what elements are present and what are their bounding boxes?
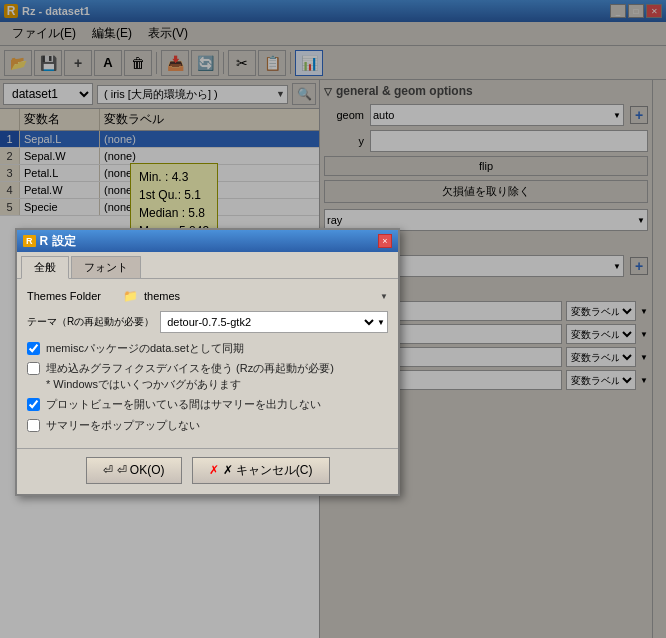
checkbox-row-3: プロットビューを開いている間はサマリーを出力しない (27, 397, 388, 412)
checkbox-row-1: memiscパッケージのdata.setとして同期 (27, 341, 388, 356)
cancel-label: ✗ キャンセル(C) (223, 462, 313, 479)
dialog-title-label: R 設定 (40, 233, 76, 250)
checkbox-no-summary[interactable] (27, 398, 40, 411)
themes-folder-row: Themes Folder 📁 themes ▼ (27, 289, 388, 303)
dialog-title-bar: R R 設定 × (17, 230, 398, 252)
folder-icon: 📁 (123, 289, 138, 303)
dialog-close-button[interactable]: × (378, 234, 392, 248)
theme-row: テーマ（Rの再起動が必要） detour-0.7.5-gtk2 default … (27, 311, 388, 333)
themes-dropdown-arrow: ▼ (380, 292, 388, 301)
cancel-icon: ✗ (209, 463, 219, 477)
theme-select-wrap: detour-0.7.5-gtk2 default dark ▼ (160, 311, 388, 333)
checkbox-embedded-label: 埋め込みグラフィクスデバイスを使う (Rzの再起動が必要)* Windowsでは… (46, 361, 334, 392)
theme-label: テーマ（Rの再起動が必要） (27, 315, 154, 329)
dialog-body: Themes Folder 📁 themes ▼ テーマ（Rの再起動が必要） d… (17, 279, 398, 448)
settings-dialog: R R 設定 × 全般 フォント Themes Folder 📁 themes … (15, 228, 400, 496)
dialog-tabs: 全般 フォント (17, 252, 398, 279)
tab-general[interactable]: 全般 (21, 256, 69, 279)
checkbox-row-4: サマリーをポップアップしない (27, 418, 388, 433)
checkbox-no-popup[interactable] (27, 419, 40, 432)
checkbox-no-popup-label: サマリーをポップアップしない (46, 418, 200, 433)
tab-font[interactable]: フォント (71, 256, 141, 278)
ok-icon: ⏎ (103, 463, 113, 477)
checkbox-embedded[interactable] (27, 362, 40, 375)
theme-select[interactable]: detour-0.7.5-gtk2 default dark (161, 312, 377, 332)
dialog-app-icon: R (23, 235, 36, 247)
checkbox-no-summary-label: プロットビューを開いている間はサマリーを出力しない (46, 397, 321, 412)
theme-dropdown-arrow: ▼ (377, 318, 387, 327)
dialog-buttons: ⏎ ⏎ OK(O) ✗ ✗ キャンセル(C) (17, 448, 398, 494)
checkbox-memisc-label: memiscパッケージのdata.setとして同期 (46, 341, 244, 356)
cancel-button[interactable]: ✗ ✗ キャンセル(C) (192, 457, 330, 484)
checkbox-memisc[interactable] (27, 342, 40, 355)
checkbox-row-2: 埋め込みグラフィクスデバイスを使う (Rzの再起動が必要)* Windowsでは… (27, 361, 388, 392)
themes-folder-label: Themes Folder (27, 290, 117, 302)
ok-button[interactable]: ⏎ ⏎ OK(O) (86, 457, 182, 484)
ok-label: ⏎ OK(O) (117, 463, 165, 477)
themes-folder-value: themes (144, 290, 180, 302)
dialog-title-text: R R 設定 (23, 233, 76, 250)
